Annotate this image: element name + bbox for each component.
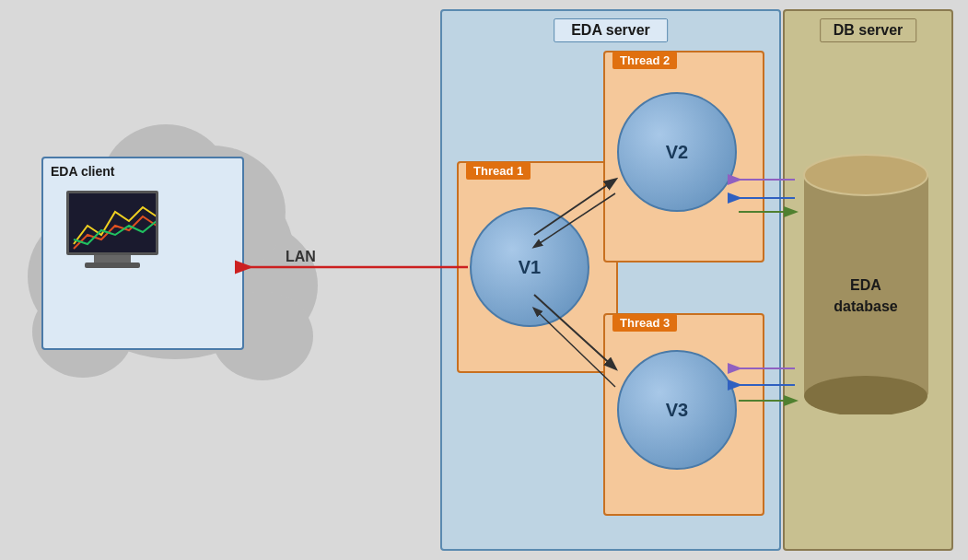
eda-client-box: EDA client xyxy=(41,157,244,350)
thread3-label: Thread 3 xyxy=(612,314,677,332)
thread2-label: Thread 2 xyxy=(612,52,677,69)
eda-database: EDA database xyxy=(799,147,933,414)
v2-node: V2 xyxy=(617,92,737,212)
svg-point-10 xyxy=(804,376,927,414)
svg-text:EDA: EDA xyxy=(850,277,881,293)
v3-label: V3 xyxy=(666,400,688,421)
eda-server-label: EDA server xyxy=(554,18,668,42)
lan-label: LAN xyxy=(286,249,316,265)
monitor-base xyxy=(85,262,140,268)
v3-node: V3 xyxy=(617,350,737,470)
monitor-stand xyxy=(94,255,131,262)
svg-text:database: database xyxy=(834,298,897,314)
db-server-label: DB server xyxy=(820,18,917,42)
monitor-screen xyxy=(66,191,158,255)
eda-client-label: EDA client xyxy=(51,164,115,179)
monitor xyxy=(66,191,158,264)
thread1-label: Thread 1 xyxy=(466,162,531,180)
v1-node: V1 xyxy=(470,207,589,327)
v2-label: V2 xyxy=(666,142,688,163)
v1-label: V1 xyxy=(519,257,541,278)
